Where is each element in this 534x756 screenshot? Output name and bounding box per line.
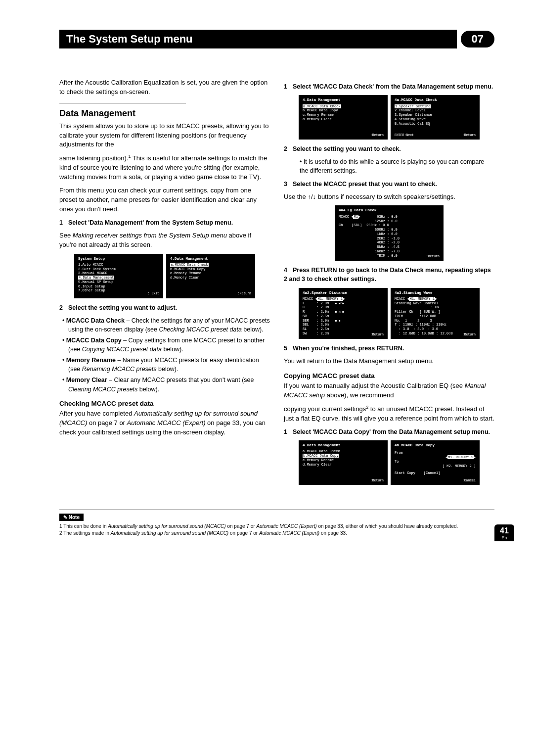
chapter-number-box: 07	[461, 31, 494, 47]
copy-paragraph-1: If you want to manually adjust the Acous…	[284, 381, 494, 400]
screen-pair-data-copy: 4.Data Management a.MCACC Data Check b.M…	[284, 440, 494, 485]
dm-paragraph-1a: This system allows you to store up to si…	[59, 122, 270, 150]
section-divider	[59, 103, 186, 104]
screen-standing-wave: 4a3.Standing Wave MCACC ◀M1. MEMORY 1▶ S…	[391, 288, 480, 339]
left-column: After the Acoustic Calibration Equalizat…	[59, 78, 270, 490]
footnotes: 1 This can be done in Automatically sett…	[59, 523, 494, 536]
r-step-5: 5When you're finished, press RETURN.	[284, 344, 494, 353]
bullet-memory-rename: Memory Rename – Name your MCACC presets …	[68, 356, 270, 374]
intro-paragraph: After the Acoustic Calibration Equalizat…	[59, 78, 270, 97]
screen-speaker-distance: 4a2.Speaker Distance MCACC ◀M1. MEMORY 1…	[299, 288, 388, 339]
bullet-data-check: MCACC Data Check – Check the settings fo…	[68, 316, 270, 334]
screen-data-copy: 4b.MCACC Data Copy From ◀M1. MEMORY 1▶ T…	[391, 440, 480, 485]
footnote-1: 1 This can be done in Automatically sett…	[59, 523, 494, 530]
screen-pair-spk-sw: 4a2.Speaker Distance MCACC ◀M1. MEMORY 1…	[284, 288, 494, 339]
page-number-box: 41 En	[494, 524, 514, 541]
r-step-2: 2Select the setting you want to check.	[284, 144, 494, 153]
note-icon: ✎	[63, 515, 69, 520]
r-step-5-sub: You will return to the Data Management s…	[284, 357, 494, 366]
r-step-3-sub: Use the buttons if necessary to switch s…	[284, 192, 494, 202]
r-step-1: 1Select 'MCACC Data Check' from the Data…	[284, 82, 494, 91]
dm-step-2: 2Select the setting you want to adjust.	[59, 303, 270, 312]
footnote-2: 2 The settings made in Automatically set…	[59, 530, 494, 537]
footnote-separator	[59, 510, 494, 510]
right-column: 1Select 'MCACC Data Check' from the Data…	[284, 78, 494, 490]
screen-data-management-c: 4.Data Management a.MCACC Data Check b.M…	[299, 440, 388, 485]
checking-mcacc-paragraph: After you have completed Automatically s…	[59, 409, 270, 437]
dm-step-1-sub: See Making receiver settings from the Sy…	[59, 231, 270, 250]
copy-step-1: 1Select 'MCACC Data Copy' from the Data …	[284, 427, 494, 436]
r-step-2-sub: • It is useful to do this while a source…	[300, 157, 494, 175]
screen-data-management-a: 4.Data Management a.MCACC Data Check b.M…	[166, 254, 255, 298]
copy-paragraph-2: copying your current settings2 to an unu…	[284, 404, 494, 424]
screen-pair-data-check: 4.Data Management a.MCACC Data Check b.M…	[284, 95, 494, 140]
speaker-layout-icon: ■ ■	[335, 319, 341, 323]
screen-system-setup: System Setup 1.Auto MCACC 2.Surr Back Sy…	[74, 254, 163, 298]
bullet-data-copy: MCACC Data Copy – Copy settings from one…	[68, 336, 270, 354]
chapter-title: The System Setup menu	[59, 30, 457, 48]
screen-pair-system-setup: System Setup 1.Auto MCACC 2.Surr Back Sy…	[59, 254, 270, 298]
r-step-3: 3Select the MCACC preset that you want t…	[284, 180, 494, 189]
page-language: En	[494, 535, 514, 540]
up-down-arrow-icon	[308, 193, 316, 200]
screen-eq-single: 4a4.EQ Data Check MCACC ◀M1▶63Hz : 0.0 1…	[284, 205, 494, 261]
bullet-memory-clear: Memory Clear – Clear any MCACC presets t…	[68, 376, 270, 393]
checking-mcacc-heading: Checking MCACC preset data	[59, 399, 270, 409]
speaker-layout-icon: ■ ◎ ■	[335, 310, 344, 314]
dm-paragraph-1b: same listening position).1 This is usefu…	[59, 153, 270, 182]
dm-step-1: 1Select 'Data Management' from the Syste…	[59, 218, 270, 227]
dm-paragraph-2: From this menu you can check your curren…	[59, 186, 270, 214]
note-label: ✎ Note	[59, 514, 84, 521]
page-number: 41	[494, 526, 514, 535]
chapter-number: 07	[472, 33, 484, 45]
screen-data-management-b: 4.Data Management a.MCACC Data Check b.M…	[299, 95, 388, 140]
speaker-layout-icon: ■ ■□■	[335, 302, 344, 306]
screen-data-check: 4a.MCACC Data Check 1.Speaker Setting 2.…	[391, 95, 480, 140]
copying-mcacc-heading: Copying MCACC preset data	[284, 371, 494, 381]
r-step-4: 4Press RETURN to go back to the Data Che…	[284, 266, 494, 284]
two-column-layout: After the Acoustic Calibration Equalizat…	[59, 78, 494, 490]
screen-eq-check: 4a4.EQ Data Check MCACC ◀M1▶63Hz : 0.0 1…	[335, 205, 444, 261]
data-management-heading: Data Management	[59, 107, 270, 120]
chapter-header: The System Setup menu 07	[59, 30, 494, 48]
